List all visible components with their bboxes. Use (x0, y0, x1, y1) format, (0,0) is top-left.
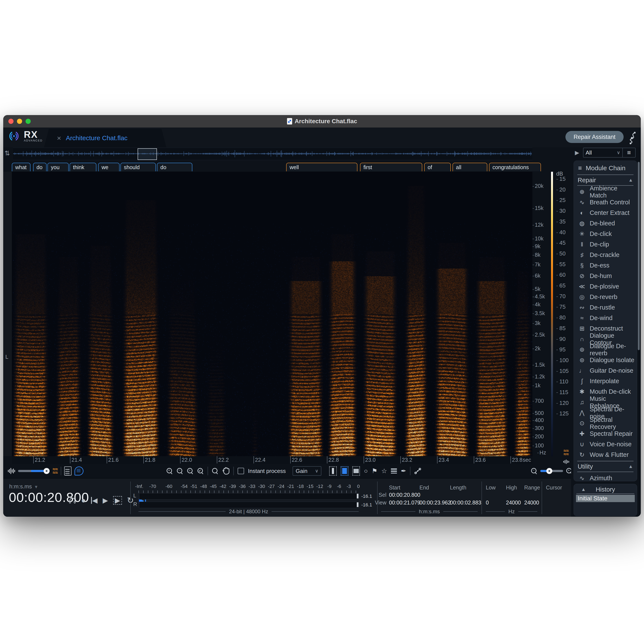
module-item[interactable]: ≈De-wind (576, 313, 635, 323)
word-marker[interactable]: congratulations (489, 163, 541, 171)
history-item[interactable]: Initial State (576, 495, 635, 502)
magnify-tool-icon[interactable] (212, 468, 218, 474)
view-length-value[interactable]: 00:00:02.883 (450, 500, 481, 506)
module-item[interactable]: ◎De-reverb (576, 292, 635, 302)
frequency-selection-tool[interactable] (352, 466, 360, 476)
word-marker[interactable]: you (47, 163, 69, 171)
horizontal-zoom-slider[interactable] (540, 470, 563, 472)
module-item[interactable]: ∫Interpolate (576, 376, 635, 386)
display-blend-slider[interactable] (18, 470, 50, 472)
peak-readout-left[interactable]: -16.1 (361, 494, 372, 499)
module-item[interactable]: ⊕Ambience Match (576, 187, 635, 197)
word-marker[interactable]: we (98, 163, 120, 171)
word-marker[interactable]: first (360, 163, 422, 171)
module-item[interactable]: ⊚Dialogue De-reverb (576, 344, 635, 355)
word-marker[interactable]: well (286, 163, 357, 171)
zoom-out-icon[interactable]: − (177, 468, 183, 474)
instant-process-checkbox[interactable] (238, 468, 244, 474)
time-format-selector[interactable]: h:m:s.ms▼ (9, 483, 38, 490)
db-colorbar[interactable]: dB 1520253035404550556065707580859095100… (546, 172, 570, 456)
zoom-in-icon[interactable]: + (166, 468, 173, 474)
word-marker[interactable]: do (157, 163, 192, 171)
module-item[interactable]: ♯De-crackle (576, 250, 635, 260)
word-marker[interactable]: all (453, 163, 487, 171)
monitor-headphones-icon[interactable] (69, 497, 76, 504)
module-item[interactable]: ⊜Dialogue Isolate (576, 355, 635, 365)
module-item[interactable]: ≪De-plosive (576, 281, 635, 292)
zoom-out-horizontal-icon[interactable]: − (531, 468, 537, 474)
history-header[interactable]: ▲ History (576, 485, 635, 494)
process-select[interactable]: Gain ∨ (293, 466, 321, 476)
time-axis[interactable]: 21.221.421.621.822.022.222.422.622.823.0… (12, 456, 532, 464)
freq-range-value[interactable]: 24000 (524, 500, 539, 506)
time-frequency-selection-tool[interactable] (341, 466, 348, 476)
overview-resize-handle-icon[interactable]: ⇅ (5, 149, 10, 157)
spectrogram-display-icon[interactable]: ≈≈≈≈ (560, 449, 572, 456)
play-button[interactable]: ▶ (103, 497, 108, 504)
module-item[interactable]: ∿Azimuth (576, 473, 635, 481)
module-list-scrollbar[interactable] (638, 162, 640, 350)
repair-assistant-button[interactable]: Repair Assistant (565, 131, 624, 143)
record-button[interactable]: ● (81, 497, 86, 504)
signal-flow-icon[interactable] (625, 131, 638, 145)
return-to-start-button[interactable]: ◀ (91, 497, 98, 504)
module-item[interactable]: ‖De-clip (576, 239, 635, 250)
signal-node-icon[interactable] (414, 467, 422, 475)
module-item[interactable]: ↻Wow & Flutter (576, 450, 635, 460)
colorbar-gradient[interactable] (551, 172, 553, 456)
module-item[interactable]: ✚Spectral Repair (576, 428, 635, 439)
word-marker[interactable]: think (70, 163, 96, 171)
document-settings-icon[interactable] (64, 466, 71, 475)
module-item[interactable]: ∾De-rustle (576, 302, 635, 313)
feather-selection-icon[interactable]: ✒ (401, 468, 406, 474)
tab-close-icon[interactable]: × (57, 134, 61, 142)
view-end-value[interactable]: 00:00:23.962 (419, 500, 451, 506)
module-item[interactable]: ✳De-click (576, 229, 635, 239)
display-blend-knob[interactable] (44, 468, 50, 474)
brush-tool-icon[interactable]: ⚑ (372, 468, 377, 474)
word-marker[interactable]: what (12, 163, 30, 171)
horizontal-zoom-knob[interactable] (546, 468, 552, 474)
peak-readout-right[interactable]: -16.1 (361, 502, 372, 508)
waveform-display-icon[interactable] (560, 459, 572, 464)
comments-icon[interactable] (74, 466, 84, 475)
module-chain-item[interactable]: ≡Module Chain (576, 163, 635, 174)
adjust-selection-icon[interactable] (391, 468, 397, 474)
file-tab[interactable]: × Architecture Chat.flac (44, 129, 166, 147)
preview-play-icon[interactable]: ▶ (575, 149, 579, 156)
freq-low-value[interactable]: 0 (486, 500, 489, 506)
view-start-value[interactable]: 00:00:21.079 (389, 500, 420, 506)
word-marker[interactable]: should (120, 163, 156, 171)
module-item[interactable]: ∪Voice De-noise (576, 439, 635, 450)
zoom-reset-icon[interactable]: ↙ (197, 468, 204, 474)
collapse-triangle-icon[interactable]: ▲ (628, 177, 633, 183)
sel-start-value[interactable]: 00:00:20.800 (389, 492, 420, 498)
spectrogram-mode-icon[interactable]: ≈≈≈≈ (53, 468, 58, 474)
module-item[interactable]: ⊘De-hum (576, 271, 635, 281)
lasso-tool-icon[interactable]: ○ (364, 468, 368, 474)
freq-high-value[interactable]: 24000 (506, 500, 521, 506)
collapse-triangle-icon[interactable]: ▲ (581, 487, 586, 492)
hand-tool-icon[interactable] (222, 467, 229, 475)
word-marker[interactable]: of (424, 163, 451, 171)
module-item[interactable]: ◍De-bleed (576, 218, 635, 229)
section-header-utility[interactable]: Utility▲ (576, 462, 635, 471)
module-item[interactable]: ♩Guitar De-noise (576, 365, 635, 376)
time-selection-tool[interactable] (329, 466, 337, 476)
waveform-overview[interactable] (13, 148, 532, 160)
section-header-repair[interactable]: Repair▲ (576, 176, 635, 184)
module-item[interactable]: ∿Breath Control (576, 197, 635, 208)
magic-wand-tool-icon[interactable]: ☆ (381, 468, 387, 474)
collapse-triangle-icon[interactable]: ▲ (628, 464, 633, 469)
module-item[interactable]: §De-ess (576, 260, 635, 271)
play-selection-button[interactable]: ▶ (113, 496, 122, 505)
waveform-balance-icon[interactable] (8, 468, 15, 474)
module-item[interactable]: ⊙Spectral Recovery (576, 418, 635, 428)
zoom-selection-icon[interactable]: ⌕ (187, 468, 193, 474)
module-filter-select[interactable]: All ∨ (583, 148, 623, 157)
spectrogram-view[interactable] (12, 172, 532, 456)
overview-selection-box[interactable] (138, 148, 157, 160)
word-marker[interactable]: do (33, 163, 47, 171)
module-item[interactable]: ◐Center Extract (576, 208, 635, 218)
module-menu-button[interactable]: ≡ (623, 148, 635, 157)
